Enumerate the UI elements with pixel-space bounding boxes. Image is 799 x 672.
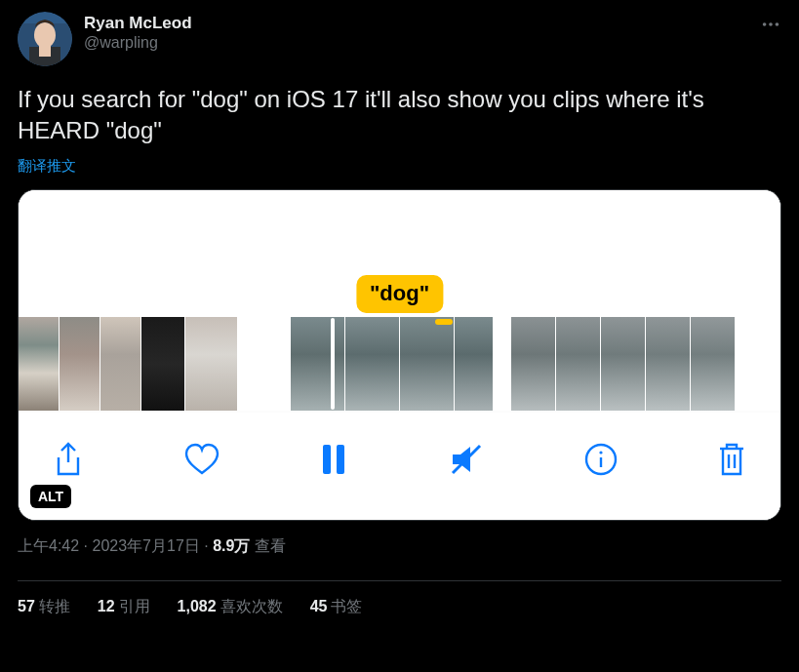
tweet-header: Ryan McLeod @warpling — [18, 12, 781, 66]
likes-stat[interactable]: 1,082喜欢次数 — [178, 597, 283, 617]
thumbnail — [601, 317, 646, 411]
thumbnail — [291, 317, 345, 411]
tweet-container: Ryan McLeod @warpling If you search for … — [0, 0, 799, 565]
mute-button[interactable] — [447, 442, 486, 477]
thumbnail — [141, 317, 185, 411]
more-icon — [760, 14, 781, 35]
media-top-area: "dog" — [19, 190, 780, 317]
tweet-text: If you search for "dog" on iOS 17 it'll … — [18, 84, 781, 147]
translate-link[interactable]: 翻译推文 — [18, 157, 781, 176]
svg-point-13 — [599, 451, 602, 454]
tweet-date[interactable]: 2023年7月17日 — [92, 537, 199, 554]
svg-rect-10 — [337, 445, 344, 474]
thumbnail — [100, 317, 141, 411]
views-label: 查看 — [250, 537, 285, 554]
thumbnail — [345, 317, 400, 411]
media-attachment[interactable]: "dog" — [18, 189, 781, 521]
like-button[interactable] — [182, 442, 221, 477]
share-button[interactable] — [52, 441, 85, 478]
timeline-strip — [19, 317, 780, 411]
handle[interactable]: @warpling — [84, 34, 192, 52]
svg-point-3 — [34, 22, 56, 48]
svg-point-8 — [776, 22, 779, 26]
media-toolbar — [19, 413, 780, 520]
pause-icon — [319, 443, 348, 476]
thumbnail — [185, 317, 238, 411]
bookmarks-stat[interactable]: 45书签 — [310, 597, 363, 617]
quotes-stat[interactable]: 12引用 — [98, 597, 150, 617]
avatar[interactable] — [18, 12, 72, 66]
info-icon — [583, 442, 619, 477]
alt-badge[interactable]: ALT — [30, 485, 71, 508]
svg-rect-9 — [323, 445, 331, 474]
delete-button[interactable] — [716, 441, 747, 478]
retweets-stat[interactable]: 57转推 — [18, 597, 70, 617]
thumbnail — [511, 317, 556, 411]
tweet-time[interactable]: 上午4:42 — [18, 537, 79, 554]
pause-button[interactable] — [319, 443, 348, 476]
svg-point-7 — [769, 22, 773, 26]
speaker-muted-icon — [447, 442, 486, 477]
trash-icon — [716, 441, 747, 478]
tweet-stats: 57转推 12引用 1,082喜欢次数 45书签 — [0, 597, 799, 617]
more-button[interactable] — [760, 14, 781, 35]
thumbnail — [60, 317, 100, 411]
playhead — [331, 318, 335, 410]
views-count: 8.9万 — [213, 537, 250, 554]
search-caption-bubble: "dog" — [356, 275, 443, 313]
thumbnail — [400, 317, 455, 411]
thumbnail — [455, 317, 494, 411]
thumbnail — [646, 317, 691, 411]
display-name[interactable]: Ryan McLeod — [84, 14, 192, 33]
heart-icon — [182, 442, 221, 477]
thumbnail — [556, 317, 601, 411]
thumbnail — [19, 317, 60, 411]
info-button[interactable] — [583, 442, 619, 477]
tweet-meta: 上午4:42 · 2023年7月17日 · 8.9万 查看 — [18, 536, 781, 557]
divider — [18, 580, 781, 581]
svg-rect-5 — [39, 45, 51, 57]
svg-point-6 — [763, 22, 767, 26]
caption-marker — [435, 319, 453, 325]
gap — [238, 317, 291, 411]
share-icon — [52, 441, 85, 478]
thumbnail — [691, 317, 736, 411]
gap — [494, 317, 511, 411]
